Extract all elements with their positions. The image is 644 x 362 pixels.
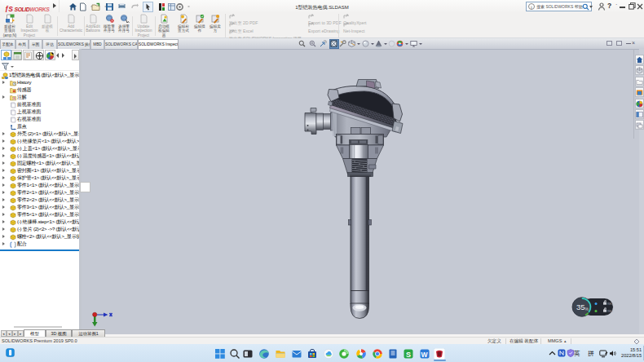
svg-text:W: W <box>421 350 428 358</box>
svg-text:REC: REC <box>607 302 614 306</box>
svg-text:35: 35 <box>576 302 585 311</box>
svg-text:%: % <box>585 307 589 311</box>
svg-text:A: A <box>13 97 15 100</box>
svg-text:REC: REC <box>607 310 614 313</box>
svg-text:S: S <box>406 350 411 358</box>
